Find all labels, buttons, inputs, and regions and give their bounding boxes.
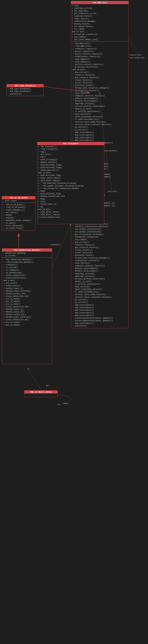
- tao-transport-title: TAO_Transport: [37, 142, 104, 145]
- svg-line-1: [129, 37, 140, 54]
- next-label: next_: [63, 402, 69, 404]
- tao-lf-ch-event-box: TAO_LF_CH_Event - prev_state_ + TAO_LF_C…: [2, 196, 35, 231]
- transport-label: transport_: [50, 244, 62, 246]
- tao-lf-multi-event-box: TAO_LF_Multi_Event: [24, 390, 58, 397]
- tao-connection-handler-methods: + TAO_Connection_Handler() + ~TAO_Connec…: [2, 258, 52, 327]
- tao-connection-handler-title: TAO_Connection_Handler: [2, 248, 52, 252]
- tao-transport-box: TAO_Transport + TAO_Transport() + ~TAO_T…: [37, 142, 104, 224]
- ace-copy-disabled-box: ACE_Copy_Disabled + ACE_Copy_Disabled() …: [6, 84, 44, 96]
- tao-lf-ch-event-methods: + TAO_LF_CH_Event() + ~TAO_LF_CH_Event()…: [2, 203, 35, 230]
- tao-lf-ch-event-title: TAO_LF_CH_Event: [2, 196, 35, 199]
- tao-lf-multi-event-content: [24, 394, 58, 397]
- tao-orb-core-title: TAO_ORB_Core: [71, 1, 129, 4]
- svg-line-7: [28, 368, 41, 390]
- ptr-label: ptr_: [46, 385, 51, 387]
- tao-connection-handler-content: - connection_pending_ - is_closed_: [2, 252, 52, 258]
- tao-orb-core-content: # lock_ # implrepo_service_ # use_implre…: [71, 4, 129, 42]
- timeout-hook-label: timeout_hook_: [129, 54, 143, 56]
- tao-lf-multi-event-title: TAO_LF_Multi_Event: [24, 390, 58, 394]
- ace-copy-disabled-content: + ACE_Copy_Disabled() - ACE_Copy_Disable…: [7, 87, 44, 96]
- tao-connection-handler-box: TAO_Connection_Handler - connection_pend…: [2, 248, 52, 364]
- sync-scope-hook-label: sync_scope_hook_: [129, 57, 146, 59]
- tao-lf-ch-event-content: - prev_state_: [2, 199, 35, 203]
- diagram-container: TAO_ORB_Core # lock_ # implrepo_service_…: [0, 0, 148, 644]
- orb-core-label: orb_core_: [108, 190, 118, 192]
- tao-transport-content: + TAO_Transport() + ~TAO_Transport() + t…: [37, 145, 104, 219]
- ace-copy-disabled-title: ACE_Copy_Disabled: [7, 84, 44, 87]
